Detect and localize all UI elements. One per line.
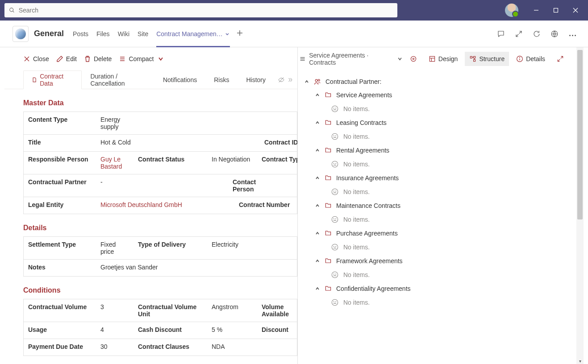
tree-group[interactable]: Maintenance Contracts bbox=[298, 199, 576, 212]
website-icon[interactable] bbox=[550, 30, 559, 38]
vertical-scrollbar[interactable]: ▴ ▾ bbox=[576, 47, 584, 364]
design-button[interactable]: Design bbox=[424, 52, 463, 66]
tree-group[interactable]: Leasing Contracts bbox=[298, 116, 576, 129]
tree-group[interactable]: Rental Agreements bbox=[298, 144, 576, 157]
tab-contract-data[interactable]: Contract Data bbox=[23, 70, 82, 89]
right-action-bar: Service Agreements · Contracts Design St… bbox=[298, 47, 576, 70]
tree-group[interactable]: Service Agreements bbox=[298, 88, 576, 102]
user-avatar[interactable] bbox=[505, 4, 518, 17]
svg-point-36 bbox=[315, 79, 317, 82]
tree-empty: No items. bbox=[298, 157, 576, 171]
section-conditions: Conditions bbox=[23, 277, 297, 299]
tree-empty: No items. bbox=[298, 129, 576, 144]
tab-notifications[interactable]: Notifications bbox=[154, 70, 205, 89]
info-icon bbox=[516, 55, 523, 62]
svg-point-47 bbox=[332, 189, 338, 195]
compact-button[interactable]: Compact bbox=[118, 54, 165, 64]
app-titlebar bbox=[0, 0, 588, 21]
tab-wiki[interactable]: Wiki bbox=[118, 21, 129, 47]
add-tab-button[interactable] bbox=[236, 29, 243, 38]
tree-group[interactable]: Framework Agreements bbox=[298, 254, 576, 268]
more-options[interactable] bbox=[568, 30, 576, 37]
value-title: Hot & Cold bbox=[96, 135, 165, 151]
svg-rect-27 bbox=[474, 56, 475, 58]
folder-icon bbox=[325, 230, 332, 237]
sad-face-icon bbox=[331, 160, 339, 168]
tab-contract-management[interactable]: Contract Managemen… bbox=[156, 21, 230, 47]
chevron-up-icon bbox=[315, 286, 320, 291]
label-payment-due: Payment Due Date bbox=[24, 339, 96, 356]
sad-face-icon bbox=[331, 215, 339, 223]
chevron-down-icon bbox=[397, 56, 403, 62]
value-cash-discount: 5 % bbox=[207, 322, 257, 339]
label-discount: Discount bbox=[257, 322, 297, 339]
label-legal-entity: Legal Entity bbox=[24, 197, 96, 214]
label-contractual-volume: Contractual Volume bbox=[24, 299, 96, 322]
expand-icon[interactable] bbox=[515, 30, 523, 38]
details-label: Details bbox=[526, 55, 545, 62]
label-usage: Usage bbox=[24, 322, 96, 339]
edit-button[interactable]: Edit bbox=[55, 54, 78, 64]
search-box[interactable] bbox=[4, 3, 397, 17]
target-icon bbox=[410, 55, 417, 62]
svg-point-60 bbox=[334, 302, 334, 302]
close-button[interactable]: Close bbox=[22, 54, 50, 64]
tree-group[interactable]: Insurance Agreements bbox=[298, 171, 576, 185]
tab-risks[interactable]: Risks bbox=[205, 70, 238, 89]
channel-name: General bbox=[34, 29, 64, 38]
scroll-down[interactable]: ▾ bbox=[576, 358, 584, 364]
value-responsible-person[interactable]: Guy Le Bastard bbox=[96, 152, 133, 174]
tree-root[interactable]: Contractual Partner: bbox=[298, 75, 576, 88]
tab-site[interactable]: Site bbox=[138, 21, 148, 47]
structure-button[interactable]: Structure bbox=[465, 52, 509, 66]
svg-point-46 bbox=[336, 163, 336, 164]
section-details: Details bbox=[23, 214, 297, 236]
svg-point-50 bbox=[332, 216, 338, 223]
svg-point-59 bbox=[332, 299, 338, 306]
expand-panel-button[interactable] bbox=[552, 52, 568, 66]
tree-group[interactable]: Purchase Agreements bbox=[298, 227, 576, 240]
globe-icon bbox=[15, 29, 26, 39]
window-maximize[interactable] bbox=[546, 0, 566, 20]
tabs-overflow[interactable] bbox=[274, 70, 297, 89]
tree-root-label: Contractual Partner: bbox=[325, 78, 381, 85]
scroll-thumb[interactable] bbox=[577, 50, 583, 219]
search-input[interactable] bbox=[19, 7, 393, 14]
svg-rect-23 bbox=[430, 56, 434, 61]
window-close[interactable] bbox=[566, 0, 585, 20]
delete-button[interactable]: Delete bbox=[83, 54, 113, 64]
design-icon bbox=[429, 55, 436, 62]
breadcrumb-dropdown[interactable]: Service Agreements · Contracts bbox=[300, 52, 403, 66]
folder-icon bbox=[325, 202, 332, 209]
action-bar: Close Edit Delete Compact bbox=[4, 47, 297, 70]
tab-files[interactable]: Files bbox=[96, 21, 110, 47]
value-legal-entity[interactable]: Microsoft Deutschland GmbH bbox=[96, 197, 234, 214]
conversation-icon[interactable] bbox=[497, 30, 505, 38]
target-button[interactable] bbox=[405, 52, 421, 66]
svg-point-41 bbox=[332, 133, 338, 140]
svg-rect-26 bbox=[471, 56, 472, 58]
value-contractual-volume: 3 bbox=[96, 299, 133, 322]
tree-empty: No items. bbox=[298, 295, 576, 310]
label-content-type: Content Type bbox=[24, 112, 96, 134]
window-minimize[interactable] bbox=[526, 0, 546, 20]
tab-history[interactable]: History bbox=[238, 70, 274, 89]
refresh-icon[interactable] bbox=[533, 30, 541, 38]
compact-icon bbox=[119, 55, 126, 62]
expand-icon bbox=[557, 55, 564, 62]
sad-face-icon bbox=[331, 105, 339, 113]
tree-group-label: Framework Agreements bbox=[336, 257, 403, 265]
value-contractual-partner: - bbox=[96, 174, 133, 197]
details-button[interactable]: Details bbox=[512, 52, 550, 66]
tab-duration[interactable]: Duration / Cancellation bbox=[82, 70, 154, 89]
value-notes: Groetjes van Sander bbox=[96, 260, 297, 276]
label-volume-available: Volume Available bbox=[257, 299, 297, 322]
tree-group[interactable]: Confidentiality Agreements bbox=[298, 282, 576, 295]
tab-posts[interactable]: Posts bbox=[73, 21, 88, 47]
chevron-up-icon bbox=[315, 120, 320, 125]
tree-group-label: Purchase Agreements bbox=[336, 230, 398, 237]
chevrons-right-icon bbox=[287, 76, 294, 83]
svg-point-38 bbox=[332, 106, 338, 112]
value-content-type: Energy supply bbox=[96, 112, 133, 134]
label-volume-unit: Contractual Volume Unit bbox=[133, 299, 207, 322]
